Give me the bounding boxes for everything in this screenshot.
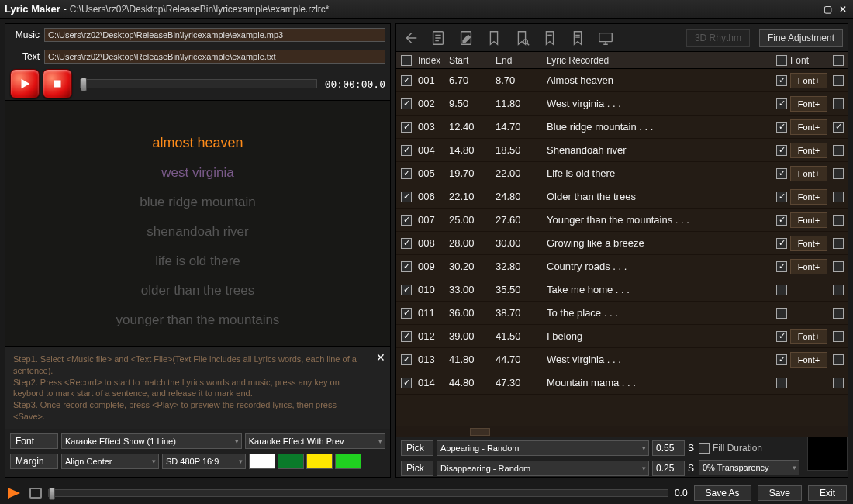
font-plus-button[interactable]: Font+ [790,189,827,205]
row-tail-checkbox[interactable] [833,378,844,388]
back-icon[interactable] [401,29,420,47]
font-plus-button[interactable]: Font+ [790,259,827,274]
color-swatch[interactable] [249,454,275,469]
table-row[interactable]: 00725.0027.60Younger than the mountains … [396,209,848,232]
appearing-duration-input[interactable]: 0.55 [652,440,685,456]
footer-stop-button[interactable] [29,488,42,499]
col-start[interactable]: Start [449,55,496,66]
row-font-checkbox[interactable] [776,238,787,249]
appearing-dropdown[interactable]: Appearing - Random [437,440,649,456]
row-checkbox[interactable] [401,261,412,272]
table-row[interactable]: 01444.8047.30Mountain mama . . . [396,371,848,395]
text-path-input[interactable]: C:\Users\rz02\Desktop\ReleaseBin\lyricex… [44,50,385,64]
row-checkbox[interactable] [401,331,412,342]
col-font[interactable]: Font [790,55,829,66]
row-font-checkbox[interactable] [776,331,787,342]
row-font-checkbox[interactable] [776,122,787,133]
search-bookmark-icon[interactable] [513,29,531,47]
row-font-checkbox[interactable] [776,98,787,109]
save-button[interactable]: Save [758,485,802,501]
row-tail-checkbox[interactable] [833,145,844,156]
font-plus-button[interactable]: Font+ [790,73,827,88]
color-swatch[interactable] [306,454,333,469]
table-row[interactable]: 01136.0038.70To the place . . . [396,302,848,325]
align-dropdown[interactable]: Align Center [61,454,159,469]
color-swatch[interactable] [278,454,304,469]
row-font-checkbox[interactable] [776,261,787,272]
bookmark3-icon[interactable] [568,29,587,47]
lyric-grid[interactable]: 0016.708.70Almost heavenFont+0029.5011.8… [396,69,848,426]
row-checkbox[interactable] [401,285,412,295]
disappearing-dropdown[interactable]: Disappearing - Random [437,461,649,476]
row-tail-checkbox[interactable] [833,354,844,365]
row-checkbox[interactable] [401,308,412,319]
row-font-checkbox[interactable] [776,145,787,156]
col-index[interactable]: Index [416,55,449,66]
music-path-input[interactable]: C:\Users\rz02\Desktop\ReleaseBin\lyricex… [44,28,385,42]
table-row[interactable]: 0029.5011.80West virginia . . .Font+ [396,92,848,116]
table-row[interactable]: 0016.708.70Almost heavenFont+ [396,69,848,92]
font-plus-button[interactable]: Font+ [790,166,827,181]
lyric-page-icon[interactable] [429,29,447,47]
row-font-checkbox[interactable] [776,354,787,365]
footer-play-button[interactable] [6,486,23,500]
row-font-checkbox[interactable] [776,168,787,179]
maximize-icon[interactable]: ▢ [822,4,833,15]
row-checkbox[interactable] [401,98,412,109]
monitor-icon[interactable] [596,29,615,47]
font-effect2-dropdown[interactable]: Karaoke Effect With Prev [245,433,385,449]
bookmark-icon[interactable] [485,29,503,47]
table-row[interactable]: 00312.4014.70Blue ridge mountain . . .Fo… [396,116,848,139]
disappearing-duration-input[interactable]: 0.25 [652,461,685,476]
table-row[interactable]: 01033.0035.50Take me home . . . [396,278,848,302]
row-checkbox[interactable] [401,238,412,249]
row-tail-checkbox[interactable] [833,75,844,86]
fill-duration-checkbox[interactable] [699,443,710,454]
font-effect1-dropdown[interactable]: Karaoke Effect Show (1 Line) [61,433,242,449]
table-row[interactable]: 00828.0030.00Growing like a breezeFont+ [396,232,848,255]
row-font-checkbox[interactable] [776,192,787,202]
select-all-checkbox[interactable] [401,55,412,66]
tail-all-checkbox[interactable] [833,55,844,66]
table-row[interactable]: 01341.8044.70West virginia . . .Font+ [396,348,848,371]
table-row[interactable]: 01239.0041.50I belongFont+ [396,325,848,348]
transparency-dropdown[interactable]: 0% Transparency [699,460,799,475]
help-close-icon[interactable]: ✕ [376,350,385,365]
row-tail-checkbox[interactable] [833,122,844,133]
edit-page-icon[interactable] [457,29,475,47]
row-tail-checkbox[interactable] [833,238,844,249]
row-checkbox[interactable] [401,378,412,388]
table-row[interactable]: 00414.8018.50Shenandoah riverFont+ [396,139,848,162]
row-checkbox[interactable] [401,122,412,133]
seek-slider[interactable] [80,79,317,88]
fine-adjustment-button[interactable]: Fine Adjustment [759,29,843,47]
exit-button[interactable]: Exit [808,485,847,501]
col-end[interactable]: End [496,55,544,66]
row-font-checkbox[interactable] [776,75,787,86]
font-plus-button[interactable]: Font+ [790,119,827,135]
row-font-checkbox[interactable] [776,378,787,388]
color-swatch[interactable] [335,454,361,469]
row-checkbox[interactable] [401,215,412,226]
row-checkbox[interactable] [401,145,412,156]
row-font-checkbox[interactable] [776,285,787,295]
row-tail-checkbox[interactable] [833,308,844,319]
close-icon[interactable]: ✕ [837,4,848,15]
col-lyric[interactable]: Lyric Recorded [544,55,773,66]
font-plus-button[interactable]: Font+ [790,212,827,228]
bookmark2-icon[interactable] [540,29,559,47]
row-tail-checkbox[interactable] [833,261,844,272]
font-all-checkbox[interactable] [776,55,787,66]
horizontal-scrollbar[interactable] [396,426,848,437]
font-plus-button[interactable]: Font+ [790,96,827,112]
table-row[interactable]: 00519.7022.00Life is old thereFont+ [396,162,848,185]
row-checkbox[interactable] [401,192,412,202]
row-tail-checkbox[interactable] [833,215,844,226]
row-checkbox[interactable] [401,354,412,365]
font-plus-button[interactable]: Font+ [790,236,827,251]
footer-seek-slider[interactable] [48,489,668,497]
stop-button[interactable] [43,69,72,98]
row-tail-checkbox[interactable] [833,331,844,342]
table-row[interactable]: 00930.2032.80Country roads . . .Font+ [396,255,848,278]
3d-rhythm-button[interactable]: 3D Rhythm [686,29,750,47]
